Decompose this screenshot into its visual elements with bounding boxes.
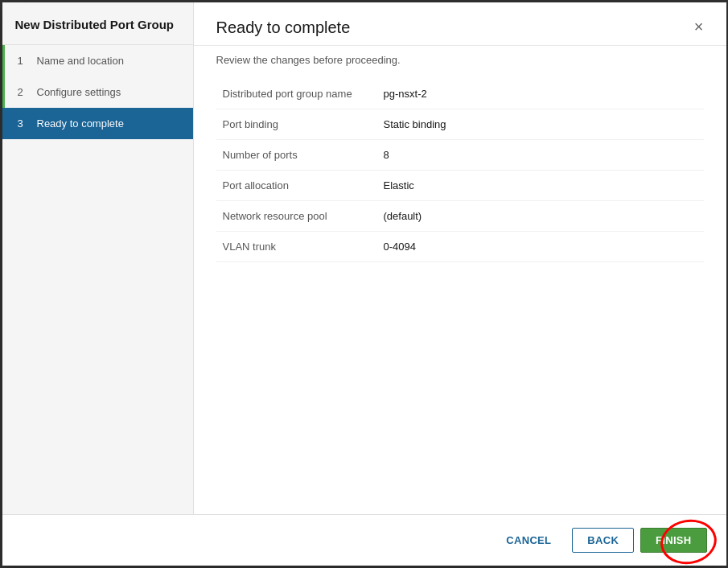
review-label-1: Port binding (216, 109, 377, 140)
content-subtitle: Review the changes before proceeding. (194, 46, 726, 79)
close-button[interactable]: × (694, 19, 704, 35)
dialog-overlay: New Distributed Port Group 1 Name and lo… (0, 0, 728, 568)
review-value-2: 8 (377, 140, 704, 171)
dialog: New Distributed Port Group 1 Name and lo… (2, 2, 726, 566)
sidebar-step-3[interactable]: 3 Ready to complete (2, 108, 193, 139)
review-value-0: pg-nsxt-2 (377, 79, 704, 109)
review-label-4: Network resource pool (216, 201, 377, 232)
review-label-2: Number of ports (216, 140, 377, 171)
step-label-2: Configure settings (37, 86, 121, 98)
cancel-button[interactable]: CANCEL (492, 529, 566, 552)
step-number-2: 2 (18, 86, 29, 98)
dialog-body: New Distributed Port Group 1 Name and lo… (2, 2, 726, 514)
content-title: Ready to complete (216, 19, 351, 37)
review-row-0: Distributed port group namepg-nsxt-2 (216, 79, 704, 109)
review-row-1: Port bindingStatic binding (216, 109, 704, 140)
review-value-1: Static binding (377, 109, 704, 140)
review-table: Distributed port group namepg-nsxt-2Port… (216, 79, 704, 262)
review-row-3: Port allocationElastic (216, 171, 704, 201)
back-button[interactable]: BACK (572, 528, 634, 553)
finish-button-wrapper: FINISH (640, 528, 706, 553)
sidebar: New Distributed Port Group 1 Name and lo… (2, 2, 194, 514)
sidebar-step-2[interactable]: 2 Configure settings (2, 76, 193, 108)
finish-button[interactable]: FINISH (640, 528, 706, 553)
content-header: Ready to complete × (194, 2, 726, 46)
review-value-3: Elastic (377, 171, 704, 201)
sidebar-step-1[interactable]: 1 Name and location (2, 45, 193, 76)
step-number-3: 3 (18, 117, 29, 130)
content-body: Distributed port group namepg-nsxt-2Port… (194, 79, 726, 514)
review-row-4: Network resource pool(default) (216, 201, 704, 232)
sidebar-title: New Distributed Port Group (2, 2, 193, 45)
review-value-5: 0-4094 (377, 232, 704, 262)
review-row-2: Number of ports8 (216, 140, 704, 171)
dialog-footer: CANCEL BACK FINISH (2, 514, 726, 566)
review-label-3: Port allocation (216, 171, 377, 201)
step-label-1: Name and location (37, 55, 124, 67)
review-label-0: Distributed port group name (216, 79, 377, 109)
review-label-5: VLAN trunk (216, 232, 377, 262)
review-value-4: (default) (377, 201, 704, 232)
step-number-1: 1 (18, 55, 29, 67)
review-row-5: VLAN trunk0-4094 (216, 232, 704, 262)
main-content: Ready to complete × Review the changes b… (194, 2, 726, 514)
step-label-3: Ready to complete (37, 117, 124, 130)
